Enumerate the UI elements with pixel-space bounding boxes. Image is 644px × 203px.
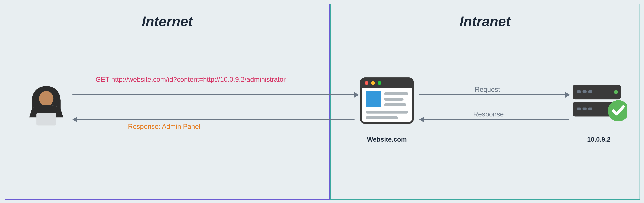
svg-point-7	[378, 81, 381, 85]
external-response-label: Response: Admin Panel	[128, 123, 200, 130]
svg-point-19	[614, 90, 618, 94]
svg-rect-18	[588, 90, 592, 93]
arrow-internal-request	[419, 94, 566, 95]
arrow-head-icon	[566, 92, 570, 98]
arrow-head-icon	[354, 92, 359, 98]
svg-point-6	[371, 81, 375, 85]
internal-request-label: Request	[475, 86, 500, 93]
browser-label: Website.com	[359, 136, 415, 143]
svg-rect-9	[384, 92, 408, 95]
internet-zone-title: Internet	[142, 14, 193, 30]
diagram-container: Internet Intranet	[0, 0, 644, 203]
server-icon	[570, 80, 627, 123]
svg-rect-13	[366, 116, 398, 119]
svg-rect-22	[588, 108, 592, 110]
svg-rect-12	[366, 111, 408, 114]
internal-response-label: Response	[473, 110, 504, 118]
external-request-label: GET http://website.com/id?content=http:/…	[96, 76, 286, 83]
server-label: 10.0.9.2	[570, 136, 627, 143]
arrow-internal-response	[424, 119, 569, 120]
svg-rect-20	[577, 108, 581, 110]
svg-rect-10	[384, 98, 404, 101]
svg-rect-8	[366, 91, 381, 107]
svg-rect-17	[582, 90, 586, 93]
arrow-external-request	[72, 94, 354, 95]
svg-point-0	[39, 91, 54, 106]
svg-rect-4	[361, 84, 413, 88]
svg-rect-16	[577, 90, 581, 93]
arrow-head-icon	[72, 117, 77, 122]
attacker-icon	[24, 83, 68, 127]
intranet-zone-title: Intranet	[460, 14, 510, 30]
svg-point-5	[365, 81, 368, 85]
svg-rect-11	[384, 103, 406, 106]
browser-window-icon	[359, 76, 415, 131]
svg-rect-21	[582, 108, 586, 110]
svg-rect-1	[36, 113, 56, 125]
arrow-external-response	[77, 119, 354, 120]
arrow-head-icon	[419, 117, 424, 122]
